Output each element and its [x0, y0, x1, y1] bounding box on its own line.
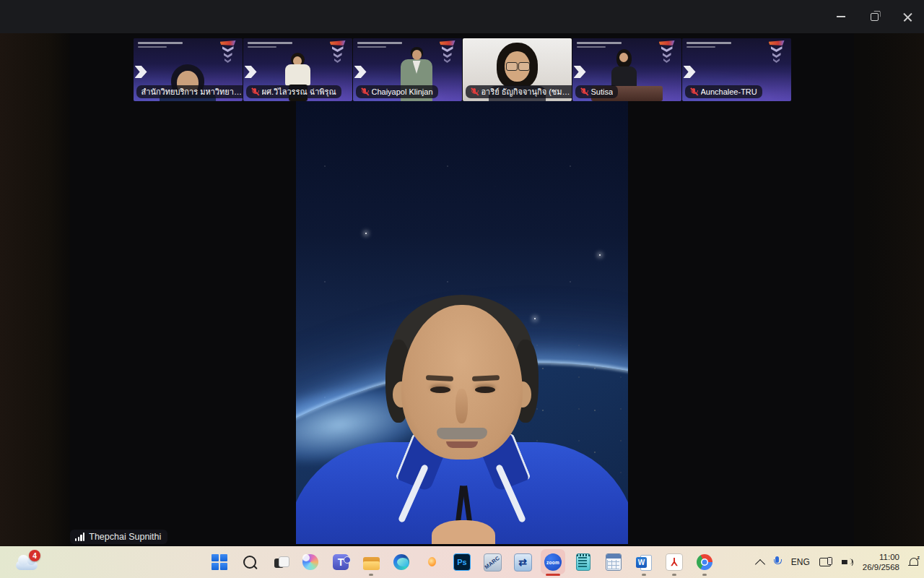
photoshop-icon: Ps — [453, 553, 471, 571]
participant-thumbnail[interactable]: Aunchalee-TRU — [682, 38, 791, 101]
marc-icon: MARC — [484, 553, 502, 571]
conference-logo-icon — [767, 40, 786, 63]
photoshop-button[interactable]: Ps — [453, 548, 471, 577]
backdrop-text — [687, 42, 737, 48]
running-indicator — [672, 574, 676, 576]
participant-name-label: Aunchalee-TRU — [685, 85, 762, 98]
participant-name: Sutisa — [591, 87, 614, 97]
person-figure — [619, 53, 628, 62]
screen: { "window": { "controls": ["minimize", "… — [0, 0, 924, 578]
file-explorer-icon — [363, 557, 380, 569]
participant-name-label: Chaiyapol Klinjan — [356, 85, 438, 98]
swap-arrows-icon: ⇄ — [514, 553, 532, 571]
chrome-icon — [697, 554, 712, 570]
participant-name: Chaiyapol Klinjan — [372, 87, 433, 97]
speaker-eye — [475, 387, 495, 393]
backdrop-text — [357, 42, 408, 48]
taskbar-app-dock: Ps MARC ⇄ zoom W ⅄ — [210, 546, 714, 578]
firefox-button[interactable] — [422, 548, 441, 577]
edge-icon — [393, 554, 409, 570]
mic-off-icon — [251, 87, 259, 97]
participant-thumbnail[interactable]: อาริย์ ธัญกิจจานุกิจ (ชมรม... — [463, 38, 572, 101]
task-view-button[interactable] — [271, 548, 289, 577]
speaker-mustache — [437, 428, 487, 439]
word-icon: W — [636, 554, 652, 570]
desktop-edge-right — [854, 33, 924, 546]
conference-logo-icon — [219, 40, 237, 63]
glasses-icon — [506, 62, 518, 71]
title-bar — [0, 0, 924, 33]
language-indicator[interactable]: ENG — [791, 557, 810, 567]
windows-start-icon — [212, 554, 227, 570]
participant-name: อาริย์ ธัญกิจจานุกิจ (ชมรม... — [481, 87, 572, 97]
zoom-button[interactable]: zoom — [544, 548, 562, 577]
close-button[interactable] — [891, 0, 924, 33]
copilot-button[interactable] — [301, 548, 320, 577]
active-indicator — [546, 574, 560, 577]
participant-name-label: อาริย์ ธัญกิจจานุกิจ (ชมรม... — [466, 85, 572, 98]
search-icon — [243, 556, 256, 569]
participant-name-label: Sutisa — [575, 85, 619, 98]
acrobat-button[interactable]: ⅄ — [665, 548, 684, 577]
active-speaker-label: Thepchai Supnithi — [70, 530, 167, 544]
notepad-icon — [576, 553, 590, 571]
start-button[interactable] — [210, 548, 229, 577]
spreadsheet-button[interactable] — [604, 548, 623, 577]
glasses-icon — [518, 62, 530, 71]
bell-dnd-icon[interactable]: z — [909, 557, 918, 568]
notification-badge: 4 — [29, 550, 40, 561]
search-button[interactable] — [240, 548, 259, 577]
minimize-button[interactable] — [824, 0, 858, 33]
participant-name-label: ผศ.วิไลวรรณ ฉ่าพิรุณ — [246, 85, 341, 98]
restore-button[interactable] — [858, 0, 891, 33]
participant-thumbnail[interactable]: สำนักวิทยบริการ มหาวิทยาลัยร... — [134, 38, 243, 101]
participant-thumbnail[interactable]: Sutisa — [572, 38, 681, 101]
edge-button[interactable] — [392, 548, 411, 577]
speaker-volume-icon[interactable] — [842, 557, 853, 567]
bright-star — [534, 318, 536, 319]
marc-button[interactable]: MARC — [483, 548, 502, 577]
bright-star — [365, 233, 367, 234]
close-icon — [903, 12, 912, 22]
notepad-button[interactable] — [574, 548, 593, 577]
firefox-icon — [424, 554, 440, 570]
mic-off-icon — [361, 87, 369, 97]
participant-name: Aunchalee-TRU — [701, 87, 757, 97]
conference-logo-icon — [658, 40, 676, 63]
participant-name: ผศ.วิไลวรรณ ฉ่าพิรุณ — [262, 87, 336, 97]
participant-thumbnail[interactable]: ผศ.วิไลวรรณ ฉ่าพิรุณ — [243, 38, 352, 101]
participant-thumbnail[interactable]: Chaiyapol Klinjan — [353, 38, 462, 101]
widgets-button[interactable]: 4 — [10, 550, 43, 574]
running-indicator — [642, 574, 646, 576]
participant-name-label: สำนักวิทยบริการ มหาวิทยาลัยร... — [136, 85, 243, 98]
word-button[interactable]: W — [635, 548, 653, 577]
conference-logo-icon — [328, 40, 347, 63]
restore-icon — [871, 13, 879, 21]
bright-star — [599, 254, 601, 256]
file-explorer-button[interactable] — [362, 548, 380, 577]
minimize-icon — [837, 16, 845, 17]
weather-cloud-icon — [16, 561, 38, 570]
backdrop-text — [248, 42, 298, 48]
clock[interactable]: 11:00 26/9/2568 — [863, 552, 899, 572]
display-cast-icon[interactable] — [819, 557, 832, 567]
chrome-button[interactable] — [695, 548, 714, 577]
window-controls — [824, 0, 924, 33]
backdrop-text — [577, 42, 627, 48]
tray-time: 11:00 — [863, 552, 899, 562]
teams-icon — [333, 554, 349, 570]
person-figure — [611, 66, 637, 87]
hidden-icons-chevron-icon[interactable] — [755, 558, 765, 569]
taskbar: 4 Ps MARC ⇄ zoom W ⅄ ENG 11:00 26/9/2568 — [0, 546, 924, 578]
mic-off-icon — [471, 87, 479, 97]
teams-button[interactable] — [331, 548, 350, 577]
participant-filmstrip: สำนักวิทยบริการ มหาวิทยาลัยร... ผศ.วิไลว… — [0, 38, 924, 101]
speaker-name: Thepchai Supnithi — [89, 532, 161, 542]
microphone-tray-icon[interactable] — [773, 556, 782, 568]
person-figure — [285, 64, 310, 86]
person-figure — [412, 50, 422, 60]
swap-arrows-button[interactable]: ⇄ — [513, 548, 532, 577]
speaker-hand — [432, 520, 495, 544]
desktop-edge-left — [0, 33, 70, 546]
system-tray: ENG 11:00 26/9/2568 z — [757, 546, 918, 578]
